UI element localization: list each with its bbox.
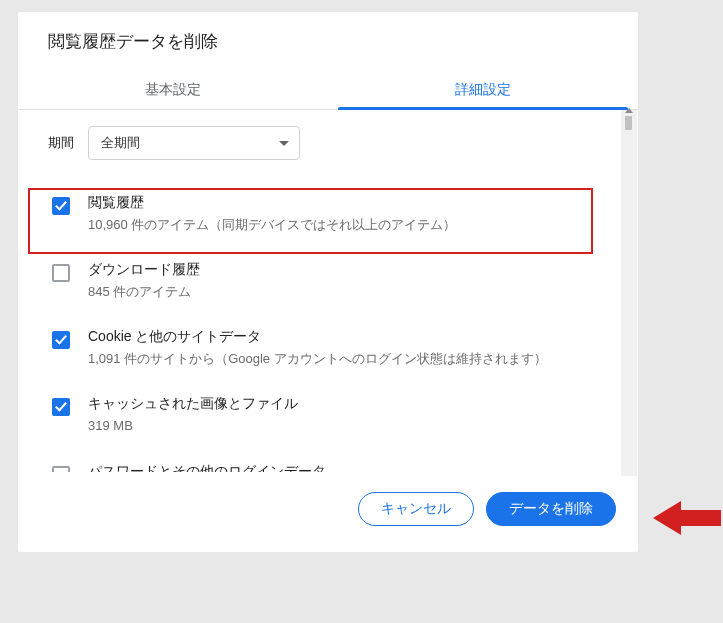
svg-marker-0	[653, 501, 721, 535]
caret-down-icon	[279, 141, 289, 146]
cancel-button-label: キャンセル	[381, 500, 451, 518]
dialog-title: 閲覧履歴データを削除	[18, 12, 638, 71]
checkbox-cookies[interactable]	[52, 331, 70, 349]
items-list: 閲覧履歴 10,960 件のアイテム（同期デバイスではそれ以上のアイテム） ダウ…	[48, 182, 616, 472]
item-sub: 1,091 件のサイトから（Google アカウントへのログイン状態は維持されま…	[88, 349, 612, 369]
clear-browsing-data-dialog: 閲覧履歴データを削除 基本設定 詳細設定 期間 全期間 閲覧履歴	[18, 12, 638, 552]
item-cache[interactable]: キャッシュされた画像とファイル 319 MB	[48, 383, 616, 450]
tab-basic-label: 基本設定	[145, 81, 201, 97]
item-passwords[interactable]: パスワードとその他のログインデータ jobjob-appeal.com、jun1…	[48, 451, 616, 472]
time-range-row: 期間 全期間	[48, 126, 616, 160]
item-browsing-history[interactable]: 閲覧履歴 10,960 件のアイテム（同期デバイスではそれ以上のアイテム）	[48, 182, 616, 249]
time-range-label: 期間	[48, 134, 74, 152]
arrow-icon	[653, 498, 721, 538]
tabs: 基本設定 詳細設定	[18, 71, 638, 110]
item-title: 閲覧履歴	[88, 194, 612, 212]
item-sub: 319 MB	[88, 416, 612, 436]
dialog-footer: キャンセル データを削除	[18, 476, 638, 552]
tab-advanced-label: 詳細設定	[455, 81, 511, 97]
item-texts: パスワードとその他のログインデータ jobjob-appeal.com、jun1…	[88, 463, 612, 472]
delete-button-label: データを削除	[509, 500, 593, 518]
arrow-annotation	[653, 498, 721, 538]
item-sub: 10,960 件のアイテム（同期デバイスではそれ以上のアイテム）	[88, 215, 612, 235]
delete-button[interactable]: データを削除	[486, 492, 616, 526]
tab-basic[interactable]: 基本設定	[18, 71, 328, 109]
time-range-select[interactable]: 全期間	[88, 126, 300, 160]
time-range-selected: 全期間	[101, 134, 140, 152]
item-title: ダウンロード履歴	[88, 261, 612, 279]
cancel-button[interactable]: キャンセル	[358, 492, 474, 526]
item-title: パスワードとその他のログインデータ	[88, 463, 612, 472]
tab-advanced[interactable]: 詳細設定	[328, 71, 638, 109]
item-texts: キャッシュされた画像とファイル 319 MB	[88, 395, 612, 436]
checkbox-download-history[interactable]	[52, 264, 70, 282]
item-texts: Cookie と他のサイトデータ 1,091 件のサイトから（Google アカ…	[88, 328, 612, 369]
scrollbar[interactable]	[621, 110, 637, 476]
scroll-up-icon	[625, 108, 633, 113]
dialog-content: 期間 全期間 閲覧履歴 10,960 件のアイテム（同期デバイスではそれ以上のア…	[18, 110, 638, 476]
checkbox-browsing-history[interactable]	[52, 197, 70, 215]
item-sub: 845 件のアイテム	[88, 282, 612, 302]
item-texts: 閲覧履歴 10,960 件のアイテム（同期デバイスではそれ以上のアイテム）	[88, 194, 612, 235]
checkbox-cache[interactable]	[52, 398, 70, 416]
item-title: Cookie と他のサイトデータ	[88, 328, 612, 346]
item-download-history[interactable]: ダウンロード履歴 845 件のアイテム	[48, 249, 616, 316]
checkbox-passwords[interactable]	[52, 466, 70, 472]
item-title: キャッシュされた画像とファイル	[88, 395, 612, 413]
item-cookies[interactable]: Cookie と他のサイトデータ 1,091 件のサイトから（Google アカ…	[48, 316, 616, 383]
scrollbar-thumb[interactable]	[625, 116, 632, 130]
item-texts: ダウンロード履歴 845 件のアイテム	[88, 261, 612, 302]
